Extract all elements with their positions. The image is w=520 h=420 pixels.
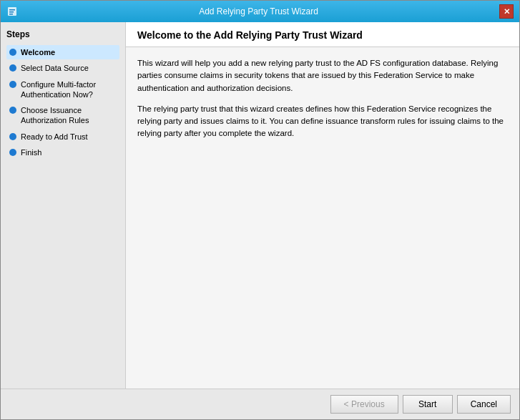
title-bar: Add Relying Party Trust Wizard ✕	[1, 1, 519, 22]
app-icon	[6, 6, 18, 17]
start-button[interactable]: Start	[403, 395, 453, 414]
content-header: Welcome to the Add Relying Party Trust W…	[126, 22, 519, 47]
step-dot-welcome	[9, 49, 16, 56]
window-controls: ✕	[499, 4, 514, 19]
window-body: Steps Welcome Select Data Source Configu…	[1, 22, 519, 389]
content-heading: Welcome to the Add Relying Party Trust W…	[137, 29, 508, 41]
cancel-button[interactable]: Cancel	[457, 395, 511, 414]
wizard-window: Add Relying Party Trust Wizard ✕ Steps W…	[0, 0, 520, 420]
step-finish: Finish	[6, 145, 119, 160]
steps-heading: Steps	[6, 29, 119, 39]
step-dot-multifactor	[9, 81, 16, 88]
step-choose-issuance: Choose Issuance Authorization Rules	[6, 103, 119, 128]
step-label-ready: Ready to Add Trust	[21, 132, 88, 142]
wizard-footer: < Previous Start Cancel	[1, 389, 519, 419]
step-label-multifactor: Configure Multi-factor Authentication No…	[21, 79, 117, 100]
content-paragraph-1: This wizard will help you add a new rely…	[137, 57, 508, 94]
steps-panel: Steps Welcome Select Data Source Configu…	[1, 22, 126, 389]
step-welcome: Welcome	[6, 45, 119, 59]
step-select-data-source: Select Data Source	[6, 61, 119, 75]
svg-rect-2	[9, 11, 14, 13]
svg-rect-3	[9, 14, 13, 15]
content-paragraph-2: The relying party trust that this wizard…	[137, 103, 508, 140]
step-dot-finish	[9, 149, 16, 156]
previous-button[interactable]: < Previous	[330, 395, 398, 414]
step-label-select: Select Data Source	[21, 63, 89, 73]
step-dot-select	[9, 64, 16, 72]
step-ready-to-add: Ready to Add Trust	[6, 130, 119, 144]
close-button[interactable]: ✕	[499, 4, 514, 19]
step-dot-ready	[9, 133, 16, 140]
content-panel: Welcome to the Add Relying Party Trust W…	[126, 22, 519, 389]
step-configure-multifactor: Configure Multi-factor Authentication No…	[6, 77, 119, 102]
content-body: This wizard will help you add a new rely…	[126, 47, 519, 389]
step-label-finish: Finish	[21, 147, 41, 157]
step-label-welcome: Welcome	[21, 47, 55, 57]
step-label-issuance: Choose Issuance Authorization Rules	[21, 105, 117, 126]
svg-rect-1	[9, 9, 15, 11]
step-dot-issuance	[9, 107, 16, 114]
window-title: Add Relying Party Trust Wizard	[18, 6, 499, 16]
